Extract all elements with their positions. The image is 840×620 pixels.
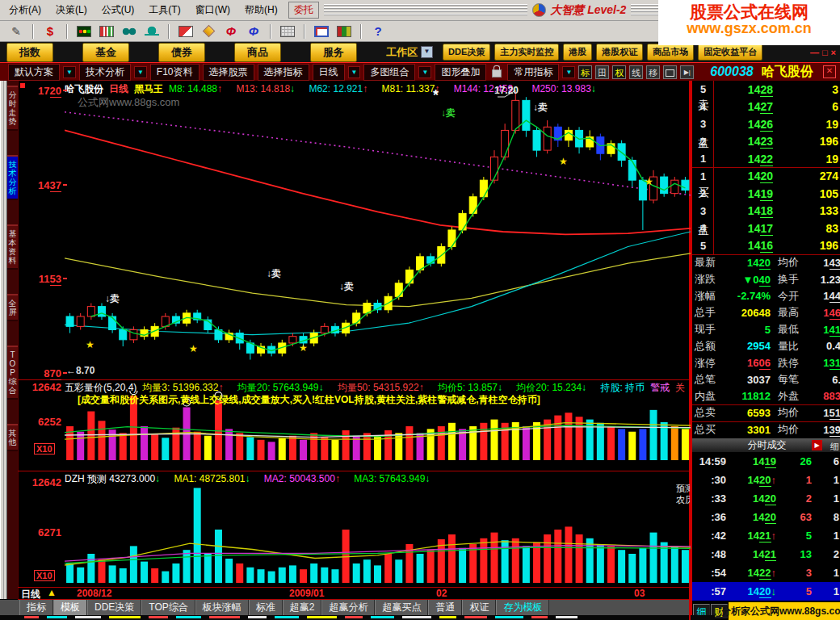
screen-split-button[interactable]	[663, 65, 677, 79]
minimize-button[interactable]: —	[810, 48, 819, 57]
workspace-selector[interactable]: 工作区▼	[386, 45, 433, 60]
flag-question-icon[interactable]	[176, 23, 195, 40]
sidebar-tab-技术分析[interactable]: 技术分析	[7, 155, 18, 200]
period-selector-dropdown-icon[interactable]: ▼	[348, 66, 361, 78]
restore-button[interactable]: □	[822, 48, 828, 57]
toolbar-grip[interactable]	[324, 4, 528, 16]
market-tab-商品[interactable]: 商品	[234, 43, 281, 62]
tape-row-33[interactable]: :33142021	[692, 489, 840, 508]
analysis-mode-button[interactable]: 技术分析	[79, 64, 131, 81]
scheme-selector[interactable]: 默认方案	[8, 64, 60, 81]
lock-icon[interactable]	[492, 69, 502, 78]
bottom-tab-模板[interactable]: 模板	[53, 600, 87, 615]
dollar-icon[interactable]: $	[40, 23, 60, 40]
traffic-light-icon[interactable]	[74, 23, 94, 40]
orderbook-row-sell-2[interactable]: 21423196	[692, 133, 840, 151]
tape-row-30[interactable]: :301420↑11	[692, 471, 840, 489]
common-indicators-selector-dropdown-icon[interactable]: ▼	[562, 66, 575, 78]
tape-row-57[interactable]: :571420↓51	[692, 582, 840, 601]
bottom-tab-DDE决策[interactable]: DDE决策	[87, 600, 141, 615]
color-bars-icon[interactable]	[97, 23, 116, 40]
binoculars-icon[interactable]	[120, 23, 139, 40]
period-selector[interactable]: 日线	[313, 64, 345, 81]
tape-row-36[interactable]: :361420638	[692, 508, 840, 526]
sidebar-tab-TOP综合[interactable]: TOP综合	[7, 346, 18, 400]
orderbook-row-sell-5[interactable]: 514283	[692, 81, 840, 98]
bottom-tab-TOP综合[interactable]: TOP综合	[141, 600, 195, 615]
orderbook-row-buy-1[interactable]: 11420274	[692, 168, 840, 186]
sidebar-tab-分时走势[interactable]: 分时走势	[7, 86, 18, 131]
monitor-icon[interactable]	[312, 23, 331, 40]
menu-item-3[interactable]: 工具(T)	[141, 1, 187, 19]
analysis-mode-button-dropdown-icon[interactable]: ▼	[134, 66, 147, 78]
tape-row-42[interactable]: :421421↑51	[692, 526, 840, 545]
diamond-icon[interactable]	[199, 23, 218, 40]
menu-item-5[interactable]: 帮助(H)	[237, 1, 285, 19]
menu-item-1[interactable]: 决策(L)	[48, 1, 94, 19]
left-splitter[interactable]	[0, 81, 7, 599]
tape-row-54[interactable]: :541422↑31	[692, 563, 840, 582]
tape-row-1459[interactable]: 14:591419266	[692, 452, 840, 471]
sidebar-tab-其他[interactable]: 其他	[7, 424, 18, 451]
bottom-tab-指标[interactable]: 指标	[19, 600, 53, 615]
orderbook-row-sell-3[interactable]: 3142619	[692, 115, 840, 133]
pane-close-button[interactable]: ✕	[823, 65, 836, 78]
bottom-tab-存为模板[interactable]: 存为模板	[496, 600, 549, 615]
pick-stock-button[interactable]: 选择股票	[203, 64, 254, 81]
orderbook-row-buy-5[interactable]: 51416196	[692, 237, 840, 255]
orderbook-row-buy-3[interactable]: 31418133	[692, 203, 840, 220]
help-cursor-icon[interactable]: ?	[368, 23, 388, 40]
menu-item-0[interactable]: 分析(A)	[2, 1, 48, 19]
orderbook-row-buy-2[interactable]: 21419105	[692, 185, 840, 203]
mini-button-标[interactable]: 标	[578, 65, 592, 79]
bottom-tab-普通[interactable]: 普通	[428, 600, 462, 615]
menu-item-2[interactable]: 公式(U)	[94, 1, 142, 19]
multi-chart-button-dropdown-icon[interactable]: ▼	[418, 66, 431, 78]
scheme-selector-dropdown-icon[interactable]: ▼	[63, 66, 76, 78]
market-tab-港股权证[interactable]: 港股权证	[596, 44, 643, 61]
orderbook-row-sell-1[interactable]: 1142219	[692, 150, 840, 168]
keyboard-icon[interactable]	[278, 23, 297, 40]
market-tab-债券[interactable]: 债券	[158, 43, 205, 62]
bottom-tab-超赢买点[interactable]: 超赢买点	[375, 600, 428, 615]
market-tab-指数[interactable]: 指数	[6, 43, 53, 62]
multi-chart-button[interactable]: 多图组合	[363, 64, 415, 81]
bottom-tab-权证[interactable]: 权证	[462, 600, 496, 615]
market-tab-DDE决策[interactable]: DDE决策	[443, 44, 490, 61]
pick-indicator-button[interactable]: 选择指标	[258, 64, 309, 81]
close-button[interactable]: ×	[831, 48, 836, 57]
market-tab-主力实时监控[interactable]: 主力实时监控	[494, 44, 559, 61]
bottom-tab-超赢2[interactable]: 超赢2	[283, 600, 322, 615]
mini-button-移[interactable]: 移	[646, 65, 660, 79]
market-tab-港股[interactable]: 港股	[563, 44, 592, 61]
phi-blue-icon[interactable]: Φ	[244, 23, 263, 40]
sidebar-tab-全屏[interactable]: 全屏	[7, 294, 18, 321]
market-tab-固定收益平台[interactable]: 固定收益平台	[698, 44, 762, 61]
mini-button-权[interactable]: 权	[612, 65, 626, 79]
menu-item-4[interactable]: 窗口(W)	[188, 1, 237, 19]
market-tab-基金[interactable]: 基金	[82, 43, 129, 62]
bottom-tab-板块涨幅[interactable]: 板块涨幅	[195, 600, 249, 615]
orderbook-row-sell-4[interactable]: 414276	[692, 98, 840, 116]
market-tab-商品市场[interactable]: 商品市场	[647, 44, 694, 61]
main-kline-chart[interactable]	[65, 81, 691, 379]
menu-item-weituo[interactable]: 委托	[288, 2, 319, 19]
mini-button-线[interactable]: 线	[629, 65, 643, 79]
bottom-tab-标准[interactable]: 标准	[249, 600, 283, 615]
bell-icon[interactable]	[142, 23, 162, 40]
watermark-ad[interactable]: 股票公式在线网 www.gszx.com.cn	[658, 0, 840, 45]
mini-button-田[interactable]: 田	[595, 65, 609, 79]
tape-row-48[interactable]: :481421132	[692, 545, 840, 563]
footer-ad-banner[interactable]: 分析家公式网www.88gs.com	[729, 602, 840, 620]
overlay-button[interactable]: 图形叠加	[435, 64, 486, 81]
vol2-chart[interactable]	[65, 484, 691, 583]
f10-button[interactable]: F10资料	[150, 64, 200, 81]
pencil-icon[interactable]: ✎	[6, 23, 26, 40]
phi-red-icon[interactable]: Φ	[221, 23, 241, 40]
bottom-tab-超赢分析[interactable]: 超赢分析	[321, 600, 375, 615]
market-tab-服务[interactable]: 服务	[310, 43, 357, 62]
books-icon[interactable]	[334, 23, 354, 40]
workspace-dropdown-icon[interactable]: ▼	[421, 46, 433, 58]
common-indicators-selector[interactable]: 常用指标	[507, 64, 559, 81]
next-page-button[interactable]: ▶|	[680, 65, 694, 79]
